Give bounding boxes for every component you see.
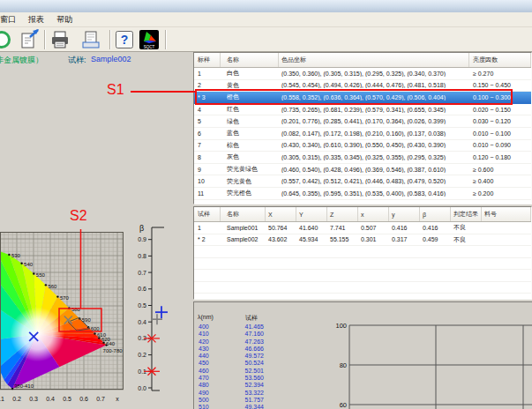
standards-table-header: 标样 名称 色品坐标 亮度因数 bbox=[194, 53, 531, 68]
table-cell: * 2 bbox=[194, 236, 221, 242]
table-cell: 50.764 bbox=[266, 225, 296, 231]
svg-text:100: 100 bbox=[335, 322, 347, 330]
table-cell: 灰色 bbox=[221, 152, 279, 161]
print-icon[interactable] bbox=[49, 29, 71, 50]
table-cell: 荧光橙色 bbox=[221, 189, 279, 197]
table-cell: ≥ 0.200 bbox=[469, 190, 531, 197]
col-beta[interactable]: β bbox=[420, 207, 451, 221]
annotation-s1-rect bbox=[195, 89, 513, 105]
annotation-s1-line bbox=[131, 91, 195, 93]
table-row[interactable]: 5绿色(0.201, 0.776), (0.285, 0.441), (0.17… bbox=[194, 115, 531, 128]
table-cell: 不良 bbox=[451, 235, 482, 244]
table-cell: 绿色 bbox=[221, 117, 279, 126]
col-part-no[interactable]: 料号 bbox=[482, 207, 531, 221]
table-row[interactable]: 1Sample00150.76441.6407.7410.5070.4160.4… bbox=[194, 222, 531, 234]
svg-text:0.7: 0.7 bbox=[138, 270, 146, 276]
table-cell: ≥ 0.400 bbox=[469, 178, 531, 184]
svg-text:0.4: 0.4 bbox=[46, 396, 55, 402]
table-cell: 7 bbox=[194, 142, 221, 148]
table-row[interactable]: 11荧光橙色(0.645, 0.355), (0.595, 0.351), (0… bbox=[194, 188, 531, 200]
svg-text:700-780: 700-780 bbox=[103, 348, 124, 353]
table-row[interactable]: 7棕色(0.430, 0.340), (0.610, 0.390), (0.55… bbox=[194, 140, 531, 152]
sample-column-header: 试样 bbox=[245, 314, 258, 323]
table-row[interactable] bbox=[194, 246, 531, 258]
svg-text:0.3: 0.3 bbox=[29, 396, 38, 402]
table-cell: 11 bbox=[194, 190, 221, 197]
table-row[interactable] bbox=[194, 270, 531, 282]
chromaticity-diagram: 530540550560570580590600610620640700-780… bbox=[0, 52, 192, 409]
table-cell: 0.120 ~ 0.180 bbox=[469, 154, 531, 160]
table-cell: 8 bbox=[194, 154, 221, 160]
table-cell: 蓝色 bbox=[221, 129, 279, 138]
table-cell: 红色 bbox=[221, 105, 279, 114]
col-X[interactable]: X bbox=[266, 207, 296, 221]
table-row[interactable] bbox=[194, 282, 531, 294]
standards-table: 标样 名称 色品坐标 亮度因数 1白色(0.350, 0.360), (0.30… bbox=[193, 52, 532, 204]
table-cell: (0.545, 0.454), (0.494, 0.426), (0.444, … bbox=[279, 82, 469, 88]
table-cell: (0.305, 0.315), (0.335, 0.345), (0.325, … bbox=[279, 154, 469, 160]
col-x[interactable]: x bbox=[358, 207, 389, 221]
print-preview-icon[interactable] bbox=[80, 29, 101, 50]
table-row[interactable]: * 2Sample00243.60245.93455.1550.3010.317… bbox=[194, 234, 531, 247]
export-report-icon[interactable] bbox=[19, 29, 41, 50]
svg-text:580: 580 bbox=[71, 307, 81, 312]
svg-text:SQCT: SQCT bbox=[144, 45, 155, 49]
col-y[interactable]: y bbox=[389, 207, 420, 221]
svg-text:0.6: 0.6 bbox=[79, 396, 88, 402]
table-row[interactable]: 10荧光黄色(0.557, 0.442), (0.512, 0.421), (0… bbox=[194, 175, 531, 188]
svg-text:0.1: 0.1 bbox=[0, 396, 4, 402]
col-sample-name[interactable]: 名称 bbox=[221, 207, 266, 221]
table-cell: (0.350, 0.360), (0.305, 0.315), (0.295, … bbox=[279, 71, 469, 77]
table-cell: 荧光黄绿色 bbox=[221, 165, 279, 174]
svg-text:0.6: 0.6 bbox=[138, 286, 146, 292]
table-cell: (0.460, 0.540), (0.428, 0.496), (0.369, … bbox=[279, 167, 469, 173]
col-judgment[interactable]: 判定结果 bbox=[451, 207, 482, 221]
col-Y[interactable]: Y bbox=[296, 207, 327, 221]
svg-text:530: 530 bbox=[11, 253, 21, 258]
table-cell: 45.934 bbox=[296, 236, 327, 242]
svg-text:0.8: 0.8 bbox=[138, 253, 146, 259]
svg-text:640: 640 bbox=[106, 341, 116, 346]
table-cell: Sample002 bbox=[221, 236, 266, 242]
table-cell: 7.741 bbox=[327, 225, 358, 231]
menu-help[interactable]: 帮助 bbox=[50, 12, 79, 27]
col-Z[interactable]: Z bbox=[327, 207, 358, 221]
toolbar-separator bbox=[109, 30, 111, 49]
col-standard-id[interactable]: 标样 bbox=[194, 53, 221, 67]
annotation-s1-label: S1 bbox=[107, 82, 124, 98]
svg-text:380-410: 380-410 bbox=[14, 383, 34, 389]
table-cell: 0.459 bbox=[420, 236, 451, 242]
help-icon[interactable]: ? bbox=[114, 29, 135, 50]
table-cell: 0.020 ~ 0.150 bbox=[469, 107, 531, 113]
table-row[interactable]: 8灰色(0.305, 0.315), (0.335, 0.345), (0.32… bbox=[194, 152, 531, 164]
table-row[interactable]: 1白色(0.350, 0.360), (0.305, 0.315), (0.29… bbox=[194, 68, 531, 80]
table-row[interactable]: 6蓝色(0.082, 0.147), (0.172, 0.198), (0.21… bbox=[194, 128, 531, 140]
table-cell: ≥ 0.600 bbox=[469, 167, 531, 173]
menu-bar: 窗口 报表 帮助 bbox=[0, 12, 532, 27]
col-chromaticity-coords[interactable]: 色品坐标 bbox=[279, 53, 469, 67]
table-cell: 不良 bbox=[451, 223, 482, 232]
svg-text:0.2: 0.2 bbox=[12, 396, 21, 402]
menu-window[interactable]: 窗口 bbox=[0, 12, 22, 27]
col-luminance-factor[interactable]: 亮度因数 bbox=[469, 53, 531, 67]
col-name[interactable]: 名称 bbox=[221, 53, 279, 67]
svg-text:0.9: 0.9 bbox=[138, 236, 146, 242]
svg-text:550: 550 bbox=[36, 272, 46, 278]
table-cell: (0.735, 0.265), (0.681, 0.239), (0.579, … bbox=[279, 107, 469, 113]
measure-icon[interactable] bbox=[0, 29, 11, 50]
title-bar[interactable] bbox=[0, 0, 532, 12]
col-sample-id[interactable]: 试样 bbox=[194, 207, 221, 221]
sqct-icon[interactable]: SQCT bbox=[139, 29, 160, 50]
table-cell: 0.507 bbox=[358, 225, 389, 231]
annotation-s2-label: S2 bbox=[70, 208, 87, 224]
svg-text:80: 80 bbox=[340, 361, 347, 369]
table-row[interactable]: 9荧光黄绿色(0.460, 0.540), (0.428, 0.496), (0… bbox=[194, 164, 531, 176]
table-cell: 0.317 bbox=[389, 236, 420, 242]
menu-report[interactable]: 报表 bbox=[22, 12, 50, 27]
table-row[interactable]: 4红色(0.735, 0.265), (0.681, 0.239), (0.57… bbox=[194, 104, 531, 116]
samples-table-body: 1Sample00150.76441.6407.7410.5070.4160.4… bbox=[194, 222, 531, 294]
table-cell: 9 bbox=[194, 167, 221, 173]
table-cell: 白色 bbox=[221, 69, 279, 78]
table-cell: (0.082, 0.147), (0.172, 0.198), (0.210, … bbox=[279, 130, 469, 137]
table-row[interactable] bbox=[194, 258, 531, 271]
